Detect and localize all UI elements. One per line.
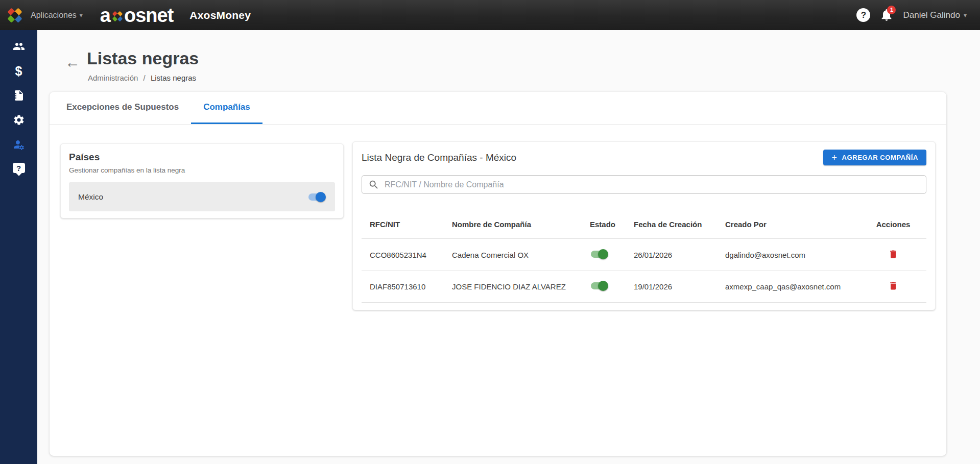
search-icon [368, 179, 379, 190]
notification-badge: 1 [887, 6, 896, 14]
table-row: CCO8605231N4 Cadena Comercial OX 26/01/2… [362, 238, 926, 271]
companies-panel: Lista Negra de Compañías - México + AGRE… [352, 141, 936, 310]
chevron-down-icon: ▾ [80, 12, 83, 18]
cell-fecha-creacion: 26/01/2026 [634, 251, 725, 259]
cell-creado-por: dgalindo@axosnet.com [725, 251, 860, 259]
chevron-down-icon: ▾ [964, 12, 967, 18]
help-icon: ? [13, 163, 25, 175]
page-title: Listas negras [87, 48, 199, 68]
blacklists-card: Excepciones de Supuestos Compañías Paíse… [50, 92, 946, 456]
column-header-estado: Estado [590, 220, 634, 229]
add-company-label: AGREGAR COMPAÑÍA [842, 154, 918, 161]
countries-panel: Países Gestionar compañías en la lista n… [60, 143, 344, 218]
trash-icon [888, 281, 898, 291]
breadcrumb-parent[interactable]: Administración [88, 74, 138, 82]
column-header-rfc: RFC/NIT [370, 220, 452, 229]
applications-menu[interactable]: Aplicaciones ▾ [31, 11, 83, 20]
countries-subtitle: Gestionar compañías en la lista negra [69, 166, 335, 174]
add-company-button[interactable]: + AGREGAR COMPAÑÍA [823, 150, 926, 165]
main-content: ← Listas negras Administración / Listas … [37, 30, 980, 464]
axosnet-wordmark: a osnet [100, 6, 174, 25]
document-icon [13, 89, 25, 102]
sidebar-item-documents[interactable] [13, 89, 25, 102]
country-row-mexico[interactable]: México [69, 182, 335, 211]
user-menu[interactable]: Daniel Galindo ▾ [903, 10, 967, 20]
tab-excepciones-de-supuestos[interactable]: Excepciones de Supuestos [54, 92, 191, 124]
estado-toggle[interactable] [590, 281, 608, 291]
table-row: DIAF850713610 JOSE FIDENCIO DIAZ ALVAREZ… [362, 271, 926, 303]
table-header-row: RFC/NIT Nombre de Compañía Estado Fecha … [362, 210, 926, 238]
cell-fecha-creacion: 19/01/2026 [634, 282, 725, 291]
breadcrumb-current: Listas negras [151, 74, 196, 82]
delete-company-button[interactable] [887, 248, 899, 262]
company-search [362, 175, 926, 194]
cell-rfc-nit: DIAF850713610 [370, 282, 452, 291]
sidebar-item-help[interactable]: ? [13, 163, 25, 175]
column-header-nombre: Nombre de Compañía [452, 220, 590, 229]
app-title: AxosMoney [189, 9, 251, 21]
back-button[interactable]: ← [65, 55, 80, 70]
delete-company-button[interactable] [887, 280, 899, 294]
axosnet-x-logo-icon [6, 7, 23, 24]
cell-company-name: JOSE FIDENCIO DIAZ ALVAREZ [452, 282, 590, 291]
notifications-button[interactable]: 1 [879, 8, 894, 23]
applications-label: Aplicaciones [31, 11, 77, 20]
companies-panel-title: Lista Negra de Compañías - México [362, 152, 516, 163]
brand-suffix: osnet [124, 6, 173, 25]
cell-creado-por: axmexp_caap_qas@axosnet.com [725, 282, 860, 291]
sidebar-item-settings[interactable] [13, 114, 25, 126]
sidebar-item-user-management[interactable] [13, 138, 25, 151]
user-settings-icon [13, 138, 25, 151]
brand-prefix: a [100, 6, 110, 25]
trash-icon [888, 249, 898, 259]
plus-icon: + [831, 153, 837, 162]
sidebar-item-money[interactable]: $ [13, 65, 25, 77]
sidebar-item-users[interactable] [13, 40, 25, 53]
estado-toggle[interactable] [590, 249, 608, 259]
axosnet-x-glyph-icon [111, 10, 124, 22]
column-header-acciones: Acciones [860, 220, 926, 229]
country-toggle[interactable] [307, 192, 326, 202]
cell-rfc-nit: CCO8605231N4 [370, 251, 452, 259]
column-header-fecha: Fecha de Creación [634, 220, 725, 229]
column-header-creado-por: Creado Por [725, 220, 860, 229]
cell-company-name: Cadena Comercial OX [452, 251, 590, 259]
users-icon [13, 40, 25, 53]
user-name: Daniel Galindo [903, 10, 960, 20]
top-navbar: Aplicaciones ▾ a osnet AxosMoney ? 1 Dan… [0, 0, 980, 30]
money-icon: $ [15, 65, 22, 78]
countries-title: Países [69, 152, 335, 163]
company-search-input[interactable] [385, 180, 920, 189]
help-button[interactable]: ? [856, 8, 870, 22]
breadcrumb-separator: / [144, 74, 146, 82]
tab-companias[interactable]: Compañías [191, 92, 262, 124]
settings-icon [13, 114, 25, 126]
country-name: México [78, 192, 103, 202]
tab-bar: Excepciones de Supuestos Compañías [50, 92, 946, 125]
breadcrumb: Administración / Listas negras [88, 74, 196, 82]
left-sidebar: $ ? [0, 30, 37, 464]
